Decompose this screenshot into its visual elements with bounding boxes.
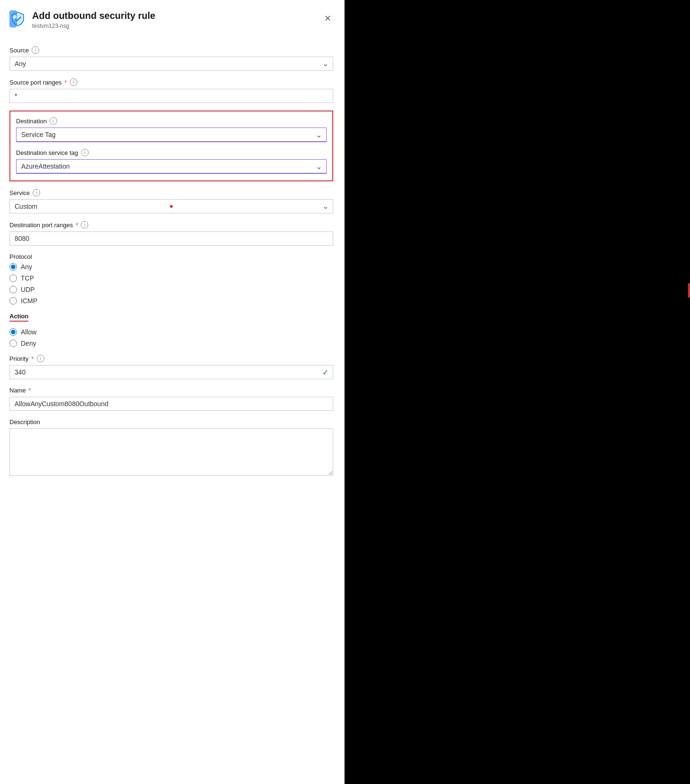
action-label: Action <box>9 313 28 322</box>
panel-subtitle: testvm123-nsg <box>32 23 155 29</box>
action-allow-item[interactable]: Allow <box>9 328 333 336</box>
name-input[interactable] <box>9 397 333 411</box>
name-required: * <box>29 387 31 394</box>
dest-port-label: Destination port ranges * i <box>9 221 333 229</box>
source-port-label: Source port ranges * i <box>9 78 333 86</box>
source-label: Source i <box>9 46 333 54</box>
action-deny-item[interactable]: Deny <box>9 340 333 347</box>
protocol-udp-radio[interactable] <box>9 286 17 293</box>
panel-title: Add outbound security rule <box>32 9 155 22</box>
protocol-tcp-label: TCP <box>21 274 34 282</box>
priority-input[interactable] <box>9 365 333 379</box>
protocol-tcp-item[interactable]: TCP <box>9 274 333 282</box>
source-port-input[interactable] <box>9 89 333 103</box>
name-group: Name * <box>9 387 333 411</box>
source-port-group: Source port ranges * i <box>9 78 333 103</box>
destination-select-wrapper: Any IP Addresses Service Tag Application… <box>16 128 327 142</box>
description-group: Description <box>9 418 333 477</box>
service-group: Service i Custom HTTP HTTPS SSH RDP <box>9 189 333 213</box>
service-info-icon[interactable]: i <box>33 189 40 196</box>
protocol-label: Protocol <box>9 253 333 260</box>
panel-header: Add outbound security rule testvm123-nsg… <box>0 0 345 37</box>
service-select[interactable]: Custom HTTP HTTPS SSH RDP <box>9 199 333 213</box>
protocol-icmp-label: ICMP <box>21 297 37 305</box>
protocol-udp-item[interactable]: UDP <box>9 286 333 293</box>
source-info-icon[interactable]: i <box>32 46 39 54</box>
header-left: Add outbound security rule testvm123-nsg <box>9 9 155 29</box>
protocol-any-label: Any <box>21 263 32 271</box>
name-label: Name * <box>9 387 333 394</box>
priority-input-wrapper: ✓ <box>9 365 333 379</box>
destination-info-icon[interactable]: i <box>50 117 57 125</box>
priority-info-icon[interactable]: i <box>37 355 44 362</box>
priority-required: * <box>31 355 34 362</box>
dest-port-input[interactable] <box>9 231 333 246</box>
destination-service-tag-select[interactable]: AzureAttestation Internet VirtualNetwork… <box>16 159 327 174</box>
svg-rect-1 <box>9 10 17 27</box>
right-panel-indicator <box>688 283 690 298</box>
protocol-group: Protocol Any TCP UDP ICMP <box>9 253 333 305</box>
source-select-wrapper: Any IP Addresses Service Tag Application… <box>9 57 333 71</box>
service-label: Service i <box>9 189 333 196</box>
protocol-any-item[interactable]: Any <box>9 263 333 271</box>
source-port-required: * <box>65 79 67 86</box>
priority-valid-icon: ✓ <box>322 368 328 377</box>
panel-body: Source i Any IP Addresses Service Tag Ap… <box>0 37 345 784</box>
destination-group: Destination i Any IP Addresses Service T… <box>16 117 327 142</box>
action-group: Action Allow Deny <box>9 312 333 347</box>
dest-port-info-icon[interactable]: i <box>81 221 88 229</box>
source-group: Source i Any IP Addresses Service Tag Ap… <box>9 46 333 71</box>
protocol-icmp-item[interactable]: ICMP <box>9 297 333 305</box>
azure-shield-icon <box>9 10 26 27</box>
protocol-radio-group: Any TCP UDP ICMP <box>9 263 333 305</box>
panel: Add outbound security rule testvm123-nsg… <box>0 0 345 784</box>
protocol-any-radio[interactable] <box>9 263 17 271</box>
action-radio-group: Allow Deny <box>9 328 333 347</box>
description-label: Description <box>9 418 333 426</box>
priority-group: Priority * i ✓ <box>9 355 333 379</box>
description-textarea[interactable] <box>9 428 333 476</box>
destination-service-tag-info-icon[interactable]: i <box>81 149 89 156</box>
destination-label: Destination i <box>16 117 327 125</box>
protocol-udp-label: UDP <box>21 286 35 293</box>
action-allow-radio[interactable] <box>9 328 17 336</box>
destination-service-tag-select-wrapper: AzureAttestation Internet VirtualNetwork… <box>16 159 327 174</box>
dest-port-required: * <box>76 222 78 229</box>
protocol-tcp-radio[interactable] <box>9 274 17 282</box>
destination-section: Destination i Any IP Addresses Service T… <box>9 111 333 181</box>
close-button[interactable]: ✕ <box>322 11 333 26</box>
destination-service-tag-label: Destination service tag i <box>16 149 327 156</box>
service-select-wrapper: Custom HTTP HTTPS SSH RDP <box>9 199 333 213</box>
action-deny-radio[interactable] <box>9 340 17 347</box>
destination-select[interactable]: Any IP Addresses Service Tag Application… <box>16 128 327 142</box>
destination-service-tag-group: Destination service tag i AzureAttestati… <box>16 149 327 174</box>
protocol-icmp-radio[interactable] <box>9 297 17 305</box>
header-text: Add outbound security rule testvm123-nsg <box>32 9 155 29</box>
action-deny-label: Deny <box>21 340 36 347</box>
right-panel <box>345 0 690 784</box>
source-select[interactable]: Any IP Addresses Service Tag Application… <box>9 57 333 71</box>
dest-port-group: Destination port ranges * i <box>9 221 333 246</box>
priority-label: Priority * i <box>9 355 333 362</box>
action-allow-label: Allow <box>21 328 36 336</box>
source-port-info-icon[interactable]: i <box>70 78 77 86</box>
